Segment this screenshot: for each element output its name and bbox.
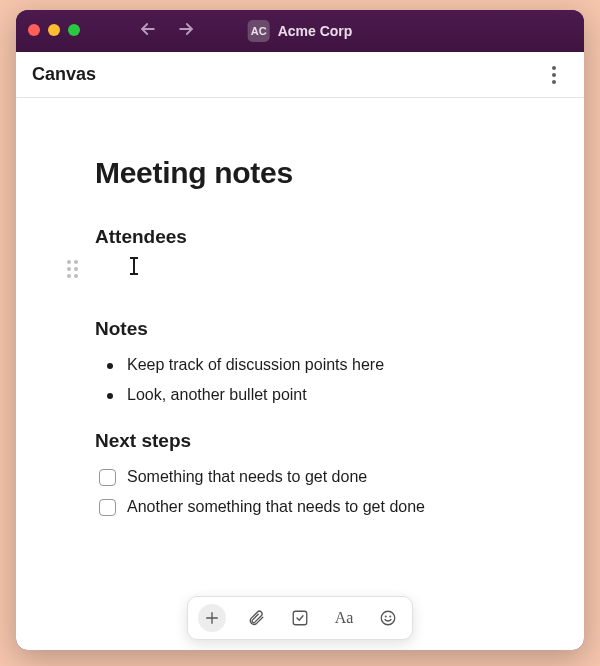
- text-cursor-icon: [133, 257, 135, 275]
- plus-icon: [204, 610, 220, 626]
- list-item[interactable]: Keep track of discussion points here: [95, 350, 505, 380]
- window-controls: [28, 24, 80, 36]
- checklist-item[interactable]: Something that needs to get done: [95, 462, 505, 492]
- drag-handle-icon[interactable]: [67, 260, 78, 278]
- checklist-item[interactable]: Another something that needs to get done: [95, 492, 505, 522]
- workspace-switcher[interactable]: AC Acme Corp: [248, 10, 353, 52]
- smile-icon: [379, 609, 397, 627]
- svg-point-8: [381, 611, 395, 625]
- canvas-pane: Canvas Meeting notes Attendees Notes Kee…: [16, 52, 584, 650]
- checkbox-icon: [291, 609, 309, 627]
- section-heading-notes[interactable]: Notes: [95, 318, 505, 340]
- list-item-text: Keep track of discussion points here: [127, 356, 384, 373]
- svg-point-3: [552, 73, 556, 77]
- canvas-header: Canvas: [16, 52, 584, 98]
- text-format-button[interactable]: Aa: [330, 604, 358, 632]
- maximize-window-button[interactable]: [68, 24, 80, 36]
- forward-button[interactable]: [176, 19, 196, 43]
- section-heading-attendees[interactable]: Attendees: [95, 226, 505, 248]
- history-nav: [138, 10, 196, 52]
- doc-title[interactable]: Meeting notes: [95, 156, 505, 190]
- floating-toolbar: Aa: [187, 596, 413, 640]
- emoji-button[interactable]: [374, 604, 402, 632]
- svg-point-4: [552, 80, 556, 84]
- svg-point-2: [552, 66, 556, 70]
- checkbox[interactable]: [99, 469, 116, 486]
- svg-rect-7: [293, 611, 307, 625]
- attach-button[interactable]: [242, 604, 270, 632]
- notes-list: Keep track of discussion points here Loo…: [95, 350, 505, 410]
- text-format-icon: Aa: [335, 609, 354, 627]
- page-title: Canvas: [32, 64, 96, 85]
- workspace-name: Acme Corp: [278, 23, 353, 39]
- svg-point-10: [390, 616, 391, 617]
- insert-button[interactable]: [198, 604, 226, 632]
- app-window: AC Acme Corp Canvas Meeting notes Attend…: [16, 10, 584, 650]
- checklist-item-text: Another something that needs to get done: [127, 498, 425, 515]
- next-steps-list: Something that needs to get done Another…: [95, 462, 505, 522]
- workspace-badge: AC: [248, 20, 270, 42]
- paperclip-icon: [247, 609, 265, 627]
- checkbox[interactable]: [99, 499, 116, 516]
- list-item[interactable]: Look, another bullet point: [95, 380, 505, 410]
- titlebar: AC Acme Corp: [16, 10, 584, 52]
- svg-point-9: [385, 616, 386, 617]
- checklist-item-text: Something that needs to get done: [127, 468, 367, 485]
- section-heading-next-steps[interactable]: Next steps: [95, 430, 505, 452]
- document-body[interactable]: Meeting notes Attendees Notes Keep track…: [16, 98, 584, 650]
- empty-line[interactable]: [95, 258, 505, 278]
- list-item-text: Look, another bullet point: [127, 386, 307, 403]
- back-button[interactable]: [138, 19, 158, 43]
- minimize-window-button[interactable]: [48, 24, 60, 36]
- close-window-button[interactable]: [28, 24, 40, 36]
- checklist-button[interactable]: [286, 604, 314, 632]
- more-actions-button[interactable]: [540, 61, 568, 89]
